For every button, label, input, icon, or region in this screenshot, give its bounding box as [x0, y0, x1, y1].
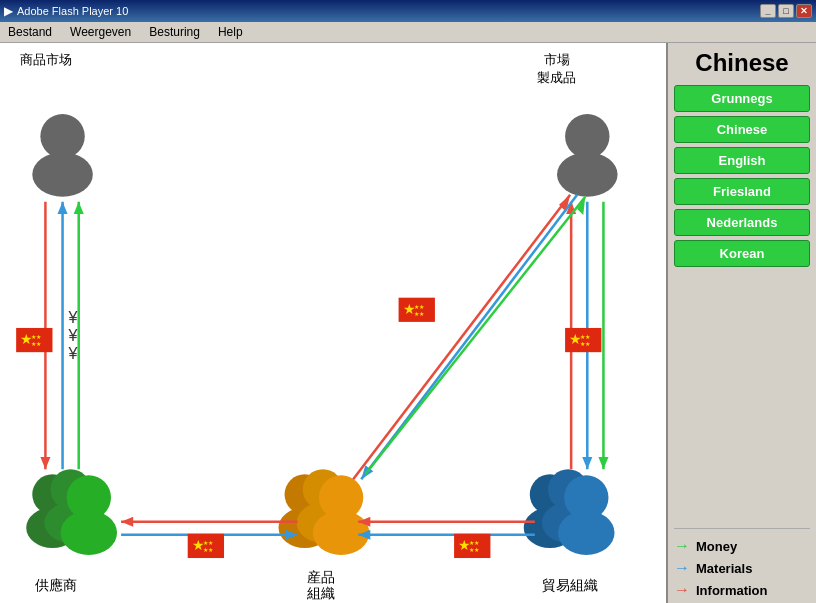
- svg-point-21: [558, 511, 615, 555]
- svg-text:¥: ¥: [68, 308, 78, 326]
- lang-btn-chinese[interactable]: Chinese: [674, 116, 810, 143]
- svg-marker-33: [598, 457, 608, 469]
- lang-btn-nederlands[interactable]: Nederlands: [674, 209, 810, 236]
- menu-bestand[interactable]: Bestand: [4, 24, 56, 40]
- svg-text:★★: ★★: [469, 547, 479, 553]
- lang-btn-english[interactable]: English: [674, 147, 810, 174]
- information-arrow-icon: →: [674, 581, 690, 599]
- legend-money: → Money: [674, 537, 810, 555]
- svg-text:¥: ¥: [68, 344, 78, 362]
- menu-besturing[interactable]: Besturing: [145, 24, 204, 40]
- app-title: Adobe Flash Player 10: [17, 5, 128, 17]
- money-arrow-icon: →: [674, 537, 690, 555]
- legend-information: → Information: [674, 581, 810, 599]
- svg-point-9: [61, 511, 118, 555]
- legend-money-label: Money: [696, 539, 737, 554]
- lang-btn-friesland[interactable]: Friesland: [674, 178, 810, 205]
- green-group-bottom-left: [26, 469, 117, 555]
- minimize-button[interactable]: _: [760, 4, 776, 18]
- svg-text:貿易組織: 貿易組織: [542, 577, 598, 593]
- svg-text:★★: ★★: [203, 547, 213, 553]
- close-button[interactable]: ✕: [796, 4, 812, 18]
- right-panel: Chinese Grunnegs Chinese English Friesla…: [668, 43, 816, 603]
- svg-text:★★: ★★: [580, 341, 590, 347]
- svg-marker-25: [58, 202, 68, 214]
- svg-line-46: [365, 197, 585, 475]
- svg-text:★★: ★★: [469, 540, 479, 546]
- svg-text:★★: ★★: [414, 304, 424, 310]
- svg-marker-27: [74, 202, 84, 214]
- svg-point-1: [32, 152, 93, 196]
- title-bar-controls: _ □ ✕: [760, 4, 812, 18]
- app-icon: ▶: [4, 4, 13, 18]
- svg-text:供應商: 供應商: [35, 577, 77, 593]
- legend-information-label: Information: [696, 583, 768, 598]
- svg-line-42: [353, 195, 570, 480]
- language-title: Chinese: [674, 49, 810, 77]
- svg-marker-31: [582, 457, 592, 469]
- svg-text:★★: ★★: [203, 540, 213, 546]
- svg-text:★★: ★★: [580, 334, 590, 340]
- svg-text:¥: ¥: [68, 326, 78, 344]
- svg-point-15: [313, 511, 370, 555]
- legend-materials-label: Materials: [696, 561, 752, 576]
- orange-group-bottom-center: [279, 469, 370, 555]
- svg-marker-35: [121, 517, 133, 527]
- lang-btn-grunnegs[interactable]: Grunnegs: [674, 85, 810, 112]
- legend-area: → Money → Materials → Information © Jeff…: [674, 528, 810, 603]
- svg-text:組織: 組織: [306, 585, 335, 601]
- blue-group-bottom-right: [524, 469, 615, 555]
- legend-materials: → Materials: [674, 559, 810, 577]
- title-bar: ▶ Adobe Flash Player 10 _ □ ✕: [0, 0, 816, 22]
- menu-bar: Bestand Weergeven Besturing Help: [0, 22, 816, 43]
- maximize-button[interactable]: □: [778, 4, 794, 18]
- title-bar-left: ▶ Adobe Flash Player 10: [4, 4, 128, 18]
- menu-weergeven[interactable]: Weergeven: [66, 24, 135, 40]
- materials-arrow-icon: →: [674, 559, 690, 577]
- svg-marker-23: [40, 457, 50, 469]
- main-container: 商品市场 市場 製成品: [0, 43, 816, 603]
- svg-point-0: [40, 114, 84, 158]
- svg-point-3: [557, 152, 618, 196]
- menu-help[interactable]: Help: [214, 24, 247, 40]
- diagram-svg: ★ ★★ ★★ ★ ★★ ★★ ★ ★★ ★★ ★ ★★ ★★ ★ ★★ ★★ …: [0, 43, 666, 603]
- svg-text:産品: 産品: [307, 569, 335, 585]
- canvas-area: 商品市场 市場 製成品: [0, 43, 668, 603]
- gray-person-top-left: [32, 114, 93, 197]
- svg-text:★★: ★★: [414, 311, 424, 317]
- svg-text:★★: ★★: [31, 341, 41, 347]
- lang-btn-korean[interactable]: Korean: [674, 240, 810, 267]
- svg-text:★★: ★★: [31, 334, 41, 340]
- svg-point-2: [565, 114, 609, 158]
- gray-person-top-right: [557, 114, 618, 197]
